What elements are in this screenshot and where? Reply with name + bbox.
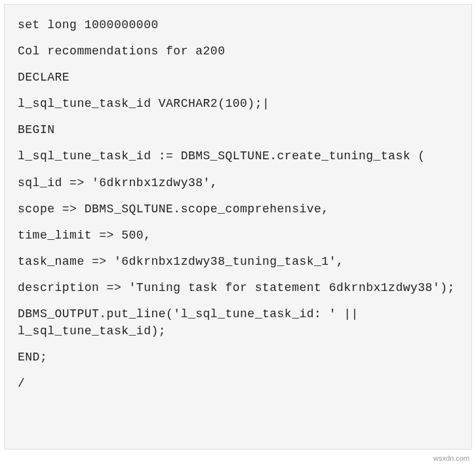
code-line: description => 'Tuning task for statemen… [18, 279, 458, 296]
watermark: wsxdn.com [433, 454, 469, 462]
code-line: task_name => '6dkrnbx1zdwy38_tuning_task… [18, 253, 458, 270]
code-line: sql_id => '6dkrnbx1zdwy38', [18, 174, 458, 191]
code-line: BEGIN [18, 121, 458, 138]
code-line: l_sql_tune_task_id := DBMS_SQLTUNE.creat… [18, 147, 458, 165]
code-line: DECLARE [18, 69, 458, 86]
code-line: Col recommendations for a200 [18, 43, 458, 60]
code-line: DBMS_OUTPUT.put_line('l_sql_tune_task_id… [18, 305, 458, 340]
code-line: time_limit => 500, [18, 227, 458, 244]
code-block: set long 1000000000 Col recommendations … [4, 4, 472, 450]
code-line: set long 1000000000 [18, 16, 458, 33]
code-line: END; [18, 349, 458, 366]
code-line: l_sql_tune_task_id VARCHAR2(100);| [18, 95, 458, 112]
code-line: / [18, 375, 458, 392]
code-line: scope => DBMS_SQLTUNE.scope_comprehensiv… [18, 201, 458, 218]
